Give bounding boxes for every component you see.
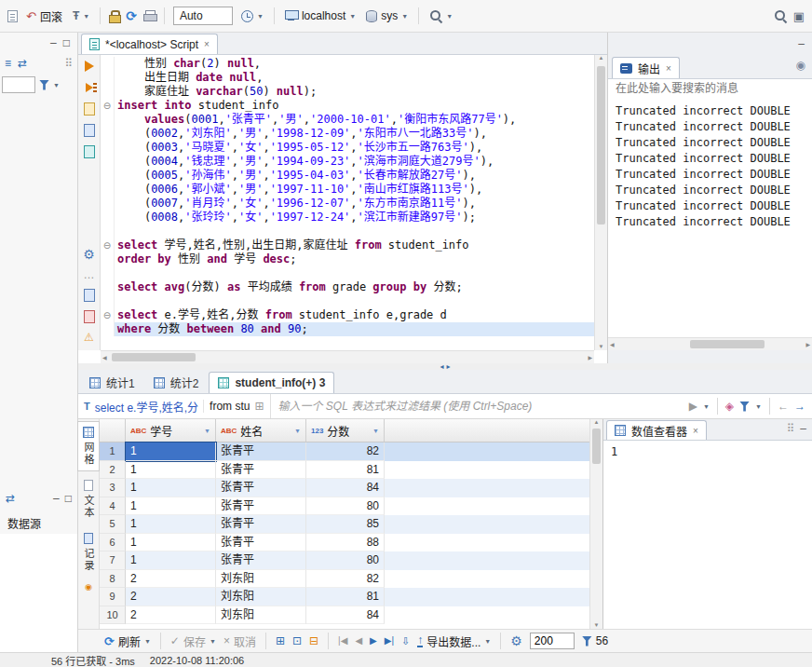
grid-cell[interactable]: 80 xyxy=(306,497,385,516)
expand-query-icon[interactable]: ⊞ xyxy=(254,401,264,412)
output-settings-icon[interactable]: ◉ xyxy=(796,60,805,71)
rollback-button[interactable]: ↶ 回滚 xyxy=(24,7,64,26)
output-hscrollbar[interactable]: ◀ ▶ xyxy=(608,337,812,350)
column-filter-icon[interactable]: ▼ xyxy=(372,428,379,434)
datasource-panel-label[interactable]: 数据源 xyxy=(7,515,41,531)
apply-filter-icon[interactable]: ▶ xyxy=(689,401,697,412)
code-line[interactable]: (0002,'刘东阳','男','1998-12-09','东阳市八一北路33号… xyxy=(101,127,594,141)
open-perspective-icon[interactable]: ▣ xyxy=(793,10,805,22)
row-number[interactable]: 2 xyxy=(100,461,126,480)
table-row[interactable]: 51张青平85 xyxy=(100,515,589,534)
grid-vscrollbar[interactable]: ▲ ▼ xyxy=(589,419,602,629)
close-icon[interactable]: × xyxy=(204,39,210,49)
grid-cell[interactable]: 2 xyxy=(126,570,216,589)
grid-cell[interactable]: 2 xyxy=(126,588,216,606)
transaction-log-button[interactable]: ▼ xyxy=(239,8,265,24)
scroll-left-icon[interactable]: ◀ xyxy=(102,354,107,361)
row-number[interactable]: 1 xyxy=(100,442,126,461)
grid-cell[interactable]: 82 xyxy=(306,442,385,461)
table-row[interactable]: 21张青平81 xyxy=(100,461,589,480)
grid-cell[interactable]: 张青平 xyxy=(216,479,306,497)
export-data-button[interactable]: ↑ 导出数据... ▼ xyxy=(417,633,491,649)
fold-marker-icon[interactable]: ⊖ xyxy=(101,308,115,322)
tab-grid-view[interactable]: 网格 xyxy=(78,422,99,470)
fetch-size-input[interactable] xyxy=(530,633,575,649)
grid-cell[interactable]: 80 xyxy=(306,551,385,570)
add-row-icon[interactable]: ⊞ xyxy=(276,635,285,647)
scroll-down-icon[interactable]: ▼ xyxy=(590,622,602,628)
column-filter-icon[interactable]: ▼ xyxy=(204,428,210,434)
explain-plan-icon[interactable] xyxy=(82,124,97,137)
tab-stats-2[interactable]: 统计2 xyxy=(145,372,208,393)
grid-cell[interactable]: 84 xyxy=(306,479,385,497)
transaction-mode-button[interactable]: Ŧ ▼ xyxy=(71,8,91,23)
lock-icon[interactable] xyxy=(109,10,119,22)
table-row[interactable]: 11张青平82 xyxy=(100,442,589,461)
grid-cell[interactable]: 刘东阳 xyxy=(216,606,306,625)
database-selector[interactable]: sys ▼ xyxy=(364,7,410,24)
result-filter-input[interactable] xyxy=(271,394,683,418)
history-back-icon[interactable]: ← xyxy=(778,401,789,412)
tab-student-info[interactable]: student_info(+) 3 xyxy=(209,372,334,393)
row-number[interactable]: 9 xyxy=(100,588,126,606)
grid-cell[interactable]: 刘东阳 xyxy=(216,588,306,606)
auto-commit-combo[interactable]: Auto xyxy=(173,7,233,25)
grid-cell[interactable]: 1 xyxy=(126,551,216,570)
row-number[interactable]: 3 xyxy=(100,479,126,497)
grid-cell[interactable]: 85 xyxy=(306,515,385,534)
grid-cell[interactable]: 张青平 xyxy=(216,515,306,534)
code-line[interactable] xyxy=(101,266,594,280)
code-line[interactable]: select avg(分数) as 平均成绩 from grade group … xyxy=(101,280,594,294)
grid-cell[interactable]: 1 xyxy=(126,497,216,516)
print-icon[interactable] xyxy=(143,10,156,21)
scroll-up-icon[interactable]: ▲ xyxy=(599,55,604,61)
row-number[interactable]: 6 xyxy=(100,534,126,552)
table-row[interactable]: 61张青平88 xyxy=(100,534,589,552)
scrollbar-thumb[interactable] xyxy=(592,429,601,464)
scroll-down-icon[interactable]: ▼ xyxy=(595,344,607,349)
search-menu-button[interactable]: ▼ xyxy=(427,7,454,24)
grid-cell[interactable]: 1 xyxy=(126,534,216,552)
previous-row-icon[interactable]: ◀ xyxy=(355,636,362,646)
output-search-input[interactable] xyxy=(608,79,812,98)
editor-vscrollbar[interactable]: ▲ ▼ xyxy=(594,55,607,350)
editor-tab[interactable]: *<localhost> Script × xyxy=(81,34,218,54)
column-header-分数[interactable]: 123分数▼ xyxy=(306,419,385,442)
refresh-button[interactable]: ⟳ 刷新 ▼ xyxy=(104,633,151,649)
sql-code-area[interactable]: 性别 char(2) null, 出生日期 date null, 家庭住址 va… xyxy=(101,55,594,350)
scroll-right-icon[interactable]: ▶ xyxy=(588,354,592,361)
close-icon[interactable]: × xyxy=(666,63,671,74)
column-header-学号[interactable]: ABC学号▼ xyxy=(126,419,216,442)
code-line[interactable]: values(0001,'张青平','男','2000-10-01','衡阳市东… xyxy=(101,113,594,127)
navigator-filter-input[interactable] xyxy=(2,76,35,93)
history-forward-icon[interactable]: → xyxy=(794,401,805,412)
code-line[interactable]: (0007,'肖月玲','女','1996-12-07','东方市南京路11号'… xyxy=(101,197,594,211)
minimize-panel-icon[interactable]: – xyxy=(800,423,806,434)
grid-cell[interactable]: 82 xyxy=(306,570,385,589)
code-line[interactable]: 性别 char(2) null, xyxy=(101,57,594,71)
grid-cell[interactable]: 1 xyxy=(126,515,216,534)
code-line[interactable]: 家庭住址 varchar(50) null); xyxy=(101,85,594,99)
cancel-button[interactable]: × 取消 xyxy=(223,633,256,649)
code-line[interactable]: ⊖insert into student_info xyxy=(101,99,594,113)
code-line[interactable]: where 分数 between 80 and 90; xyxy=(101,322,594,336)
fetch-page-icon[interactable]: ⇩ xyxy=(401,636,410,647)
new-sql-editor-icon[interactable] xyxy=(7,10,18,22)
row-number[interactable]: 8 xyxy=(100,570,126,589)
filter-menu-icon[interactable] xyxy=(739,402,750,412)
link-with-editor-icon[interactable]: ⇄ xyxy=(18,58,27,69)
result-grid[interactable]: ABC学号▼ABC姓名▼123分数▼ 11张青平8221张青平8131张青平84… xyxy=(100,419,589,629)
code-line[interactable] xyxy=(101,294,594,308)
script-log-icon[interactable] xyxy=(82,310,97,323)
save-button[interactable]: ✓ 保存 ▼ xyxy=(170,633,216,649)
copy-row-icon[interactable]: ⊡ xyxy=(292,635,302,647)
row-number[interactable]: 5 xyxy=(100,515,126,534)
sync-icon[interactable]: ⇄ xyxy=(6,493,15,504)
splitter-handle[interactable]: ◂ ▸ xyxy=(78,363,812,370)
table-row[interactable]: 102刘东阳84 xyxy=(100,606,589,625)
query-description[interactable]: T select e.学号,姓名,分 from stu ⊞ xyxy=(78,394,271,418)
code-line[interactable] xyxy=(101,225,594,238)
execute-new-tab-icon[interactable] xyxy=(82,102,97,116)
grid-cell[interactable]: 1 xyxy=(126,442,216,461)
connection-selector[interactable]: localhost ▼ xyxy=(283,7,358,24)
